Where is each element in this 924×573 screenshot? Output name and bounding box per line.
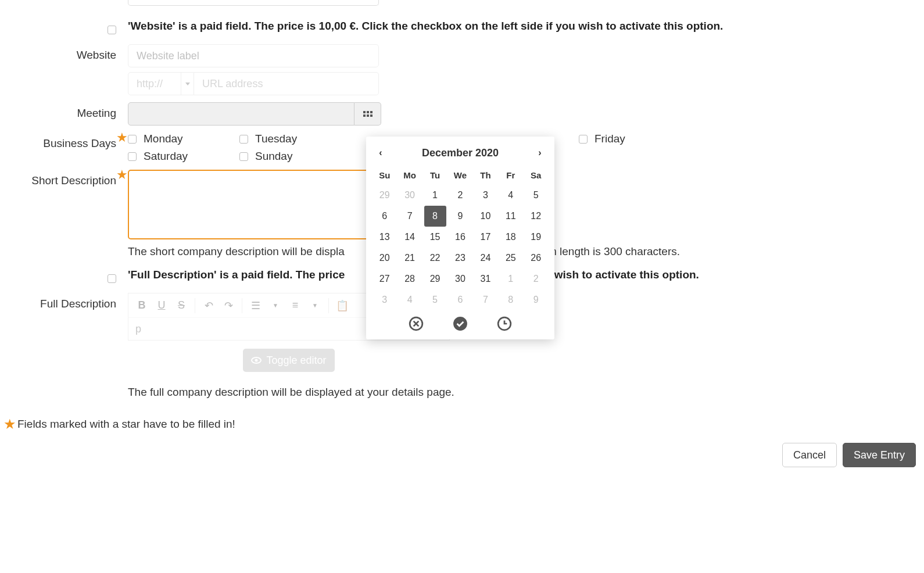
datepicker-day[interactable]: 14	[399, 227, 421, 248]
datepicker-day[interactable]: 7	[399, 206, 421, 227]
datepicker-day[interactable]: 8	[424, 206, 446, 227]
datepicker-day[interactable]: 24	[474, 248, 496, 268]
required-fields-note: ★ Fields marked with a star have to be f…	[3, 416, 924, 432]
datepicker-day[interactable]: 29	[374, 185, 396, 206]
grid-icon	[363, 111, 373, 117]
website-label: Website	[0, 44, 128, 62]
datepicker-day[interactable]: 5	[525, 185, 547, 206]
day-checkbox-friday[interactable]	[579, 135, 588, 144]
datepicker-day[interactable]: 9	[449, 206, 471, 227]
datepicker-day[interactable]: 31	[474, 268, 496, 289]
datepicker-day[interactable]: 7	[474, 289, 496, 310]
datepicker-day[interactable]: 4	[500, 185, 522, 206]
datepicker-day[interactable]: 2	[449, 185, 471, 206]
protocol-value: http://	[137, 78, 163, 90]
datepicker-day[interactable]: 9	[525, 289, 547, 310]
svg-point-1	[453, 317, 467, 331]
datepicker-day[interactable]: 3	[474, 185, 496, 206]
datepicker-day[interactable]: 23	[449, 248, 471, 268]
datepicker-dow: Su	[372, 166, 397, 185]
website-paid-checkbox[interactable]	[108, 26, 116, 34]
website-label-input[interactable]	[128, 44, 379, 67]
short-description-hint: num length is 300 characters.	[535, 245, 680, 258]
datepicker-day[interactable]: 8	[500, 289, 522, 310]
datepicker-next-button[interactable]: ›	[531, 148, 549, 158]
meeting-calendar-button[interactable]	[354, 102, 381, 126]
bold-icon[interactable]: B	[133, 297, 151, 314]
datepicker-popup: ‹ December 2020 › SuMoTuWeThFrSa 2930123…	[366, 137, 554, 339]
day-checkbox-monday[interactable]	[128, 135, 137, 144]
meeting-label: Meeting	[0, 102, 128, 120]
datepicker-today-button[interactable]	[453, 316, 468, 331]
datepicker-prev-button[interactable]: ‹	[372, 148, 389, 158]
datepicker-day[interactable]: 15	[424, 227, 446, 248]
datepicker-day[interactable]: 26	[525, 248, 547, 268]
redo-icon[interactable]: ↷	[220, 297, 237, 314]
datepicker-day[interactable]: 3	[374, 289, 396, 310]
datepicker-day[interactable]: 13	[374, 227, 396, 248]
day-checkbox-saturday[interactable]	[128, 152, 137, 161]
datepicker-time-button[interactable]	[497, 316, 512, 331]
full-description-label: Full Description	[0, 293, 128, 310]
chevron-down-icon[interactable]: ▼	[306, 297, 324, 314]
datepicker-day[interactable]: 28	[399, 268, 421, 289]
datepicker-day[interactable]: 1	[424, 185, 446, 206]
day-label: Sunday	[255, 150, 292, 163]
eye-icon	[251, 357, 262, 364]
datepicker-day[interactable]: 29	[424, 268, 446, 289]
datepicker-title[interactable]: December 2020	[422, 147, 499, 159]
datepicker-day[interactable]: 25	[500, 248, 522, 268]
datepicker-day[interactable]: 1	[500, 268, 522, 289]
numbered-list-icon[interactable]: ≡	[286, 297, 304, 314]
datepicker-day[interactable]: 17	[474, 227, 496, 248]
datepicker-dow: Tu	[422, 166, 447, 185]
datepicker-day[interactable]: 6	[449, 289, 471, 310]
day-checkbox-sunday[interactable]	[239, 152, 248, 161]
required-star-icon: ★	[116, 130, 128, 145]
editor-path: p	[135, 323, 141, 335]
paste-icon[interactable]: 📋	[334, 297, 351, 314]
protocol-select[interactable]: http://	[128, 72, 194, 95]
datepicker-dow: Sa	[524, 166, 549, 185]
datepicker-day[interactable]: 18	[500, 227, 522, 248]
datepicker-day[interactable]: 30	[399, 185, 421, 206]
day-label: Monday	[144, 132, 183, 145]
datepicker-clear-button[interactable]	[409, 316, 424, 331]
chevron-down-icon	[181, 73, 194, 95]
datepicker-day[interactable]: 22	[424, 248, 446, 268]
datepicker-day[interactable]: 20	[374, 248, 396, 268]
chevron-down-icon[interactable]: ▼	[267, 297, 284, 314]
save-entry-button[interactable]: Save Entry	[843, 443, 916, 467]
url-input[interactable]: URL address	[194, 72, 379, 95]
datepicker-day[interactable]: 4	[399, 289, 421, 310]
star-icon: ★	[3, 416, 16, 432]
toggle-editor-button[interactable]: Toggle editor	[243, 349, 335, 372]
datepicker-day[interactable]: 19	[525, 227, 547, 248]
undo-icon[interactable]: ↶	[200, 297, 217, 314]
datepicker-day[interactable]: 5	[424, 289, 446, 310]
datepicker-day[interactable]: 30	[449, 268, 471, 289]
underline-icon[interactable]: U	[153, 297, 170, 314]
datepicker-dow: Th	[473, 166, 498, 185]
datepicker-day[interactable]: 10	[474, 206, 496, 227]
full-desc-paid-checkbox[interactable]	[108, 274, 116, 283]
required-star-icon: ★	[116, 167, 128, 182]
short-description-label: Short Description	[31, 174, 116, 187]
datepicker-day[interactable]: 21	[399, 248, 421, 268]
bullet-list-icon[interactable]: ☰	[247, 297, 264, 314]
datepicker-day[interactable]: 27	[374, 268, 396, 289]
full-description-hint: The full company description will be dis…	[128, 386, 924, 399]
datepicker-dow: Fr	[498, 166, 523, 185]
datepicker-day[interactable]: 16	[449, 227, 471, 248]
datepicker-day[interactable]: 2	[525, 268, 547, 289]
day-label: Friday	[594, 132, 625, 145]
datepicker-day[interactable]: 11	[500, 206, 522, 227]
datepicker-day[interactable]: 6	[374, 206, 396, 227]
day-checkbox-tuesday[interactable]	[239, 135, 248, 144]
cancel-button[interactable]: Cancel	[782, 443, 837, 467]
strikethrough-icon[interactable]: S	[173, 297, 190, 314]
website-paid-notice: 'Website' is a paid field. The price is …	[128, 20, 924, 33]
meeting-input[interactable]	[128, 102, 354, 126]
datepicker-day[interactable]: 12	[525, 206, 547, 227]
datepicker-dow: We	[447, 166, 472, 185]
